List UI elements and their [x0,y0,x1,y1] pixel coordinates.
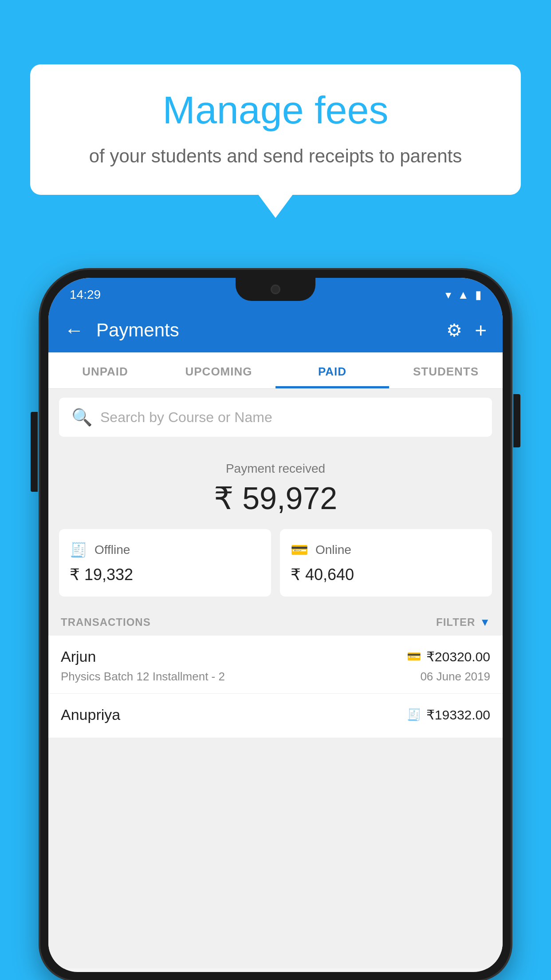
transaction-item-2[interactable]: Anupriya 🧾 ₹19332.00 [48,694,503,738]
online-amount: ₹ 40,640 [291,565,481,584]
status-icons: ▾ ▲ ▮ [445,288,481,302]
transaction-name: Arjun [61,648,96,665]
online-pay-icon: 💳 [407,650,421,664]
app-content: 🔍 Search by Course or Name Payment recei… [48,389,503,968]
online-icon: 💳 [291,541,308,558]
transaction-name-2: Anupriya [61,706,120,723]
filter-icon: ▼ [480,616,490,628]
tab-paid[interactable]: PAID [276,352,389,388]
transaction-amount: ₹20320.00 [426,649,490,664]
camera-dot [271,285,280,294]
status-time: 14:29 [70,288,101,302]
transaction-course: Physics Batch 12 Installment - 2 [61,670,225,684]
offline-card: 🧾 Offline ₹ 19,332 [59,529,271,597]
tabs-bar: UNPAID UPCOMING PAID STUDENTS [48,352,503,389]
tab-upcoming[interactable]: UPCOMING [162,352,276,388]
filter-label: FILTER [436,616,475,628]
settings-button[interactable]: ⚙ [446,320,462,340]
online-card: 💳 Online ₹ 40,640 [280,529,492,597]
search-placeholder-text: Search by Course or Name [100,409,272,426]
signal-icon: ▲ [457,288,469,302]
tab-unpaid[interactable]: UNPAID [48,352,162,388]
battery-icon: ▮ [475,288,481,302]
search-icon: 🔍 [71,407,92,427]
transaction-row-bottom: Physics Batch 12 Installment - 2 06 June… [61,670,490,684]
speech-bubble: Manage fees of your students and send re… [30,64,521,195]
tab-students[interactable]: STUDENTS [389,352,503,388]
phone-screen: 14:29 ▾ ▲ ▮ ← Payments ⚙ + UNPAID UPCOMI… [48,278,503,972]
online-card-header: 💳 Online [291,541,481,558]
bubble-title: Manage fees [57,89,494,132]
offline-card-header: 🧾 Offline [70,541,260,558]
transaction-amount-row: 💳 ₹20320.00 [407,649,490,664]
offline-pay-icon: 🧾 [407,708,421,722]
speech-bubble-container: Manage fees of your students and send re… [30,64,521,195]
payment-label: Payment received [48,462,503,476]
transactions-header: TRANSACTIONS FILTER ▼ [48,607,503,636]
phone-outer: 14:29 ▾ ▲ ▮ ← Payments ⚙ + UNPAID UPCOMI… [40,270,511,980]
payment-amount: ₹ 59,972 [48,480,503,517]
online-card-label: Online [315,543,351,557]
offline-card-label: Offline [94,543,130,557]
back-button[interactable]: ← [64,319,84,341]
transaction-amount-2: ₹19332.00 [426,707,490,723]
add-button[interactable]: + [475,318,487,342]
app-header: ← Payments ⚙ + [48,308,503,352]
transaction-row-top: Arjun 💳 ₹20320.00 [61,648,490,665]
offline-icon: 🧾 [70,541,87,558]
phone-frame: 14:29 ▾ ▲ ▮ ← Payments ⚙ + UNPAID UPCOMI… [40,270,511,980]
bubble-subtitle: of your students and send receipts to pa… [57,144,494,169]
cards-row: 🧾 Offline ₹ 19,332 💳 Online ₹ 40,640 [48,529,503,607]
transaction-row-top-2: Anupriya 🧾 ₹19332.00 [61,706,490,723]
wifi-icon: ▾ [445,288,451,302]
transaction-date: 06 June 2019 [420,670,490,684]
search-bar[interactable]: 🔍 Search by Course or Name [59,398,492,437]
header-title: Payments [96,320,434,341]
filter-button[interactable]: FILTER ▼ [436,616,490,628]
transaction-item[interactable]: Arjun 💳 ₹20320.00 Physics Batch 12 Insta… [48,636,503,694]
transaction-amount-row-2: 🧾 ₹19332.00 [407,707,490,723]
transactions-label: TRANSACTIONS [61,616,151,628]
offline-amount: ₹ 19,332 [70,565,260,584]
payment-received-section: Payment received ₹ 59,972 [48,446,503,529]
phone-notch [236,278,315,301]
